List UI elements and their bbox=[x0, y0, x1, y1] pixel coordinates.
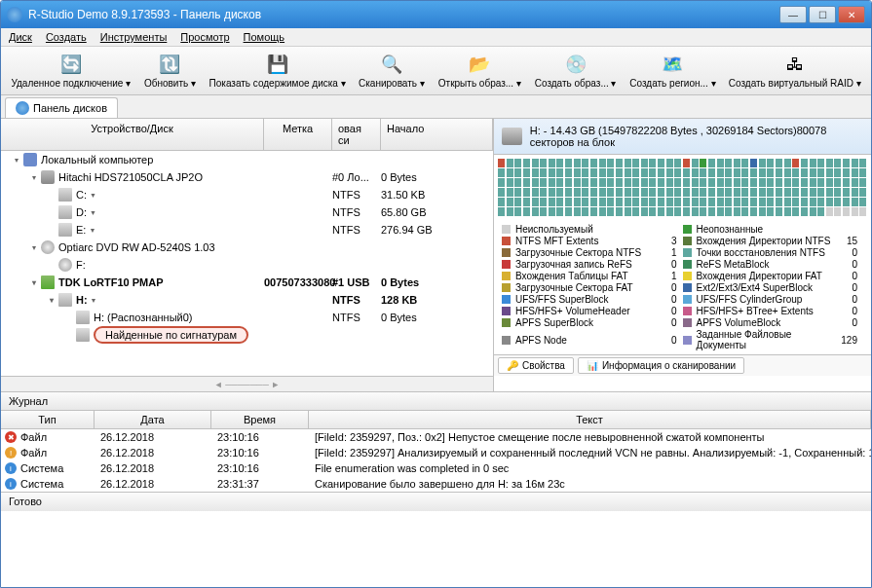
toolbar-btn-5[interactable]: 💿Создать образ... ▾ bbox=[530, 51, 622, 91]
legend-item: APFS VolumeBlock0 bbox=[683, 317, 864, 328]
tree-row[interactable]: F: bbox=[1, 256, 493, 274]
tree-row[interactable]: ▾H:▼NTFS128 KB bbox=[1, 291, 493, 309]
menu-4[interactable]: Помощь bbox=[244, 31, 285, 43]
legend-item: Вхождения Директории FAT0 bbox=[683, 271, 864, 281]
expander-icon[interactable]: ▾ bbox=[28, 277, 39, 288]
toolbar-icon: 🔃 bbox=[158, 53, 181, 76]
legend-swatch bbox=[502, 225, 511, 234]
toolbar-icon: 🔄 bbox=[59, 53, 83, 76]
expander-icon[interactable] bbox=[63, 330, 74, 341]
legend-item: Вхождения Таблицы FAT1 bbox=[502, 271, 683, 281]
legend-item: Ext2/Ext3/Ext4 SuperBlock0 bbox=[683, 282, 864, 293]
tree-row[interactable]: H: (Распознанный0)NTFS0 Bytes bbox=[1, 309, 493, 326]
tab-properties[interactable]: 🔑Свойства bbox=[498, 357, 574, 374]
toolbar-btn-0[interactable]: 🔄Удаленное подключение ▾ bbox=[7, 51, 135, 91]
legend-item: ReFS MetaBlock0 bbox=[683, 259, 864, 270]
close-button[interactable]: ✕ bbox=[838, 6, 865, 23]
legend-swatch bbox=[502, 237, 511, 245]
tree-item-name: H: bbox=[76, 294, 88, 306]
tab-scan-info[interactable]: 📊Информация о сканировании bbox=[578, 357, 744, 374]
toolbar-icon: 🔍 bbox=[380, 53, 403, 76]
legend-item: APFS Node0 bbox=[502, 329, 683, 350]
tree-row[interactable]: C:▼NTFS31.50 KB bbox=[1, 186, 493, 203]
legend-swatch bbox=[502, 318, 511, 327]
toolbar-btn-6[interactable]: 🗺️Создать регион... ▾ bbox=[625, 51, 720, 91]
dropdown-icon[interactable]: ▼ bbox=[90, 209, 96, 216]
dropdown-icon[interactable]: ▼ bbox=[91, 297, 97, 304]
legend-swatch bbox=[502, 307, 511, 315]
expander-icon[interactable]: ▾ bbox=[11, 155, 21, 165]
col-device[interactable]: Устройство/Диск bbox=[1, 119, 264, 150]
legend-swatch bbox=[683, 336, 692, 345]
info-icon: i bbox=[5, 462, 17, 474]
tab-drive-panel[interactable]: Панель дисков bbox=[5, 97, 118, 118]
tree-row[interactable]: D:▼NTFS65.80 GB bbox=[1, 203, 493, 221]
scan-map[interactable] bbox=[494, 155, 871, 220]
legend-item: Заданные Файловые Документы129 bbox=[683, 329, 864, 350]
panel-scrollbar[interactable]: ◄ ─────── ► bbox=[1, 376, 493, 391]
expander-icon[interactable]: ▾ bbox=[46, 295, 57, 306]
expander-icon[interactable]: ▾ bbox=[28, 242, 39, 253]
tree-row[interactable]: ▾TDK LoRTF10 PMAP007507333080#1 USB0 Byt… bbox=[1, 274, 493, 291]
legend-item: UFS/FFS SuperBlock0 bbox=[502, 294, 683, 305]
log-col-text[interactable]: Текст bbox=[309, 411, 871, 428]
toolbar-btn-7[interactable]: 🖧Создать виртуальный RAID ▾ bbox=[725, 51, 865, 91]
opt-icon bbox=[41, 240, 55, 254]
scan-info-icon: 📊 bbox=[587, 360, 598, 371]
vol-icon bbox=[58, 223, 72, 237]
col-label[interactable]: Метка bbox=[264, 119, 332, 150]
log-col-date[interactable]: Дата bbox=[95, 411, 211, 428]
log-col-type[interactable]: Тип bbox=[1, 411, 95, 428]
vol-icon bbox=[58, 293, 72, 307]
toolbar-btn-2[interactable]: 💾Показать содержимое диска ▾ bbox=[205, 51, 350, 91]
expander-icon[interactable] bbox=[46, 190, 57, 201]
minimize-button[interactable]: — bbox=[779, 6, 807, 23]
drive-panel-icon bbox=[16, 101, 29, 115]
legend-item: Загрузочная запись ReFS0 bbox=[502, 259, 683, 270]
toolbar-icon: 🗺️ bbox=[661, 53, 684, 76]
tree-item-name: H: (Распознанный0) bbox=[94, 312, 192, 323]
warn-icon: ! bbox=[5, 447, 17, 459]
menu-3[interactable]: Просмотр bbox=[180, 31, 229, 43]
menu-1[interactable]: Создать bbox=[46, 31, 87, 43]
usb-icon bbox=[41, 276, 55, 289]
tree-item-name: Локальный компьютер bbox=[41, 154, 153, 165]
col-start[interactable]: Начало bbox=[381, 119, 493, 150]
expander-icon[interactable] bbox=[63, 312, 74, 323]
expander-icon[interactable] bbox=[46, 260, 57, 271]
toolbar-btn-3[interactable]: 🔍Сканировать ▾ bbox=[354, 51, 430, 91]
menu-2[interactable]: Инструменты bbox=[100, 31, 168, 43]
toolbar-btn-4[interactable]: 📂Открыть образ... ▾ bbox=[434, 51, 526, 91]
log-row[interactable]: iСистема26.12.201823:31:37Сканирование б… bbox=[1, 476, 871, 492]
legend-swatch bbox=[683, 295, 692, 304]
legend-swatch bbox=[683, 318, 692, 327]
tree-row[interactable]: ▾Optiarc DVD RW AD-5240S 1.03 bbox=[1, 239, 493, 256]
legend-item: Загрузочные Сектора FAT0 bbox=[502, 282, 683, 293]
legend-item: APFS SuperBlock0 bbox=[502, 317, 683, 328]
tree-row[interactable]: E:▼NTFS276.94 GB bbox=[1, 221, 493, 239]
tree-item-name: Hitachi HDS721050CLA JP2O bbox=[58, 171, 203, 183]
dropdown-icon[interactable]: ▼ bbox=[90, 192, 96, 199]
maximize-button[interactable]: ☐ bbox=[809, 6, 836, 23]
expander-icon[interactable]: ▾ bbox=[28, 172, 39, 183]
dropdown-icon[interactable]: ▼ bbox=[89, 227, 95, 234]
vol-icon bbox=[76, 328, 90, 342]
legend-swatch bbox=[683, 307, 692, 315]
legend-item: Неопознанные bbox=[683, 224, 864, 235]
legend-swatch bbox=[683, 248, 692, 257]
tree-item-name: C: bbox=[76, 189, 87, 201]
tree-item-name: TDK LoRTF10 PMAP bbox=[58, 276, 164, 288]
legend-item: NTFS MFT Extents3 bbox=[502, 236, 683, 246]
log-col-time[interactable]: Время bbox=[211, 411, 309, 428]
col-filesystem[interactable]: овая си bbox=[332, 119, 381, 150]
tree-row[interactable]: Найденные по сигнатурам bbox=[1, 326, 493, 344]
log-row[interactable]: iСистема26.12.201823:10:16File enumerati… bbox=[1, 460, 871, 476]
menu-0[interactable]: Диск bbox=[9, 31, 32, 43]
tree-row[interactable]: ▾Локальный компьютер bbox=[1, 151, 493, 168]
tree-row[interactable]: ▾Hitachi HDS721050CLA JP2O#0 Ло...0 Byte… bbox=[1, 168, 493, 186]
toolbar-btn-1[interactable]: 🔃Обновить ▾ bbox=[139, 51, 202, 91]
expander-icon[interactable] bbox=[46, 207, 57, 218]
log-row[interactable]: !Файл26.12.201823:10:16[FileId: 2359297]… bbox=[1, 445, 871, 460]
log-row[interactable]: ✖Файл26.12.201823:10:16[FileId: 2359297,… bbox=[1, 429, 871, 445]
expander-icon[interactable] bbox=[46, 225, 57, 236]
